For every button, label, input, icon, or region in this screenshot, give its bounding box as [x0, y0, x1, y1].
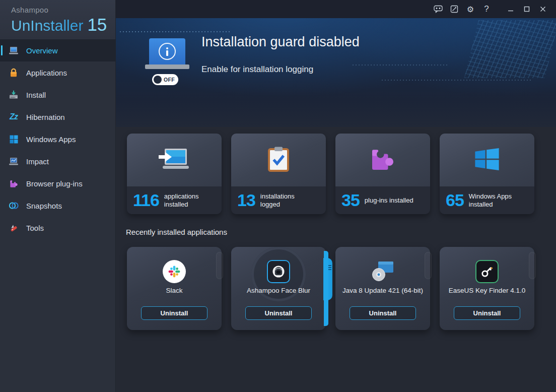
uninstall-button[interactable]: Uninstall: [245, 306, 312, 320]
sidebar-item-impact[interactable]: Impact: [0, 150, 115, 172]
guard-status-title: Installation guard disabled: [201, 34, 360, 50]
binary-pattern-decor: [464, 20, 556, 78]
stat-label: Windows Apps installed: [469, 192, 519, 208]
stats-row: 116 applications installed 13: [127, 134, 534, 214]
settings-gear-icon[interactable]: ⚙: [462, 2, 478, 17]
help-icon[interactable]: ?: [478, 2, 495, 17]
stat-card-windows-apps[interactable]: 65 Windows Apps installed: [440, 134, 534, 214]
recent-apps-row: Slack Uninstall Ashampoo Face: [127, 247, 534, 330]
product-name: UnInstaller: [11, 17, 83, 34]
uninstaller-window: ⚙ ? Ashampoo UnInstaller 15: [0, 0, 556, 392]
stat-card-installations[interactable]: 13 installations logged: [231, 134, 326, 214]
brand-name: Ashampoo: [11, 6, 115, 14]
java-cd-icon: [371, 260, 394, 284]
info-icon: [166, 47, 168, 56]
sidebar-item-label: Install: [26, 91, 46, 99]
stat-value: 13: [237, 190, 255, 210]
sidebar: Ashampoo UnInstaller 15 Overview: [0, 0, 116, 392]
stat-card-plugins[interactable]: 35 plug-ins installed: [335, 134, 430, 214]
padlock-icon: [8, 68, 19, 78]
sidebar-item-install[interactable]: Install: [0, 84, 115, 106]
app-name: EaseUS Key Finder 4.1.0: [440, 287, 534, 294]
active-indicator: [1, 45, 3, 55]
card-tab-decor: [216, 252, 223, 279]
sidebar-item-label: Browser plug-ins: [26, 179, 83, 188]
recent-apps-heading: Recently installed applications: [126, 228, 227, 236]
stat-value: 65: [446, 190, 464, 210]
sidebar-item-label: Hibernation: [26, 113, 65, 121]
dotted-line-decor: [353, 64, 448, 66]
stat-value: 116: [133, 190, 159, 210]
uninstall-button[interactable]: Uninstall: [454, 306, 520, 320]
installation-guard-toggle[interactable]: OFF: [152, 74, 178, 85]
puzzle-icon: [8, 178, 19, 188]
sidebar-item-hibernation[interactable]: Zz Hibernation: [0, 106, 115, 128]
sidebar-item-snapshots[interactable]: Snapshots: [0, 194, 115, 217]
sidebar-item-tools[interactable]: Tools: [0, 217, 115, 239]
sidebar-item-label: Tools: [26, 224, 44, 232]
key-icon: [475, 260, 499, 283]
notes-icon[interactable]: [446, 2, 462, 17]
face-blur-icon: [267, 260, 290, 283]
dotted-line-decor: [382, 80, 533, 81]
card-tab-decor: [529, 252, 536, 279]
dotted-line-decor: [120, 31, 232, 32]
stat-label: installations logged: [260, 192, 311, 208]
stat-card-applications[interactable]: 116 applications installed: [127, 134, 222, 214]
product-version: 15: [87, 15, 107, 35]
windows-icon: [8, 134, 19, 144]
sidebar-item-label: Applications: [26, 69, 67, 77]
sidebar-item-applications[interactable]: Applications: [0, 61, 115, 84]
guard-laptop-icon: [145, 38, 189, 69]
slack-icon: [163, 260, 186, 283]
sidebar-item-windows-apps[interactable]: Windows Apps: [0, 128, 115, 150]
windows-icon: [473, 146, 501, 175]
app-logo: Ashampoo UnInstaller 15: [0, 0, 115, 39]
zz-icon: Zz: [8, 112, 19, 122]
sidebar-item-label: Overview: [26, 46, 58, 55]
app-card-face-blur[interactable]: Ashampoo Face Blur Uninstall: [231, 247, 326, 330]
sidebar-nav: Overview Applications: [0, 39, 115, 239]
close-button[interactable]: [535, 2, 551, 17]
installation-guard-banner: OFF Installation guard disabled Enable f…: [116, 18, 556, 127]
card-tab-decor: [425, 252, 432, 279]
app-name: Java 8 Update 421 (64-bit): [335, 287, 430, 294]
snapshot-circles-icon: [8, 201, 19, 211]
app-card-java[interactable]: Java 8 Update 421 (64-bit) Uninstall: [335, 247, 430, 330]
laptop-icon: [8, 45, 19, 55]
puzzle-icon: [369, 145, 397, 175]
maximize-button[interactable]: [519, 2, 535, 17]
chart-laptop-icon: [8, 156, 19, 166]
swiss-knife-icon: [8, 223, 19, 233]
feedback-icon[interactable]: [430, 2, 446, 17]
sidebar-item-label: Windows Apps: [26, 135, 76, 144]
toggle-knob: [154, 76, 162, 84]
drive-install-icon: [8, 90, 19, 100]
sidebar-item-overview[interactable]: Overview: [0, 39, 115, 61]
stat-label: applications installed: [164, 192, 215, 208]
overview-content: 116 applications installed 13: [116, 127, 556, 392]
app-name: Ashampoo Face Blur: [231, 287, 326, 294]
titlebar: ⚙ ?: [116, 0, 556, 18]
guard-status-subtitle: Enable for installation logging: [201, 64, 313, 75]
uninstall-button[interactable]: Uninstall: [141, 306, 207, 320]
stat-value: 35: [341, 190, 360, 210]
minimize-button[interactable]: [503, 2, 519, 17]
app-card-easeus[interactable]: EaseUS Key Finder 4.1.0 Uninstall: [440, 247, 534, 330]
stat-label: plug-ins installed: [365, 197, 413, 204]
sidebar-item-label: Snapshots: [26, 202, 62, 210]
sidebar-item-browser-plugins[interactable]: Browser plug-ins: [0, 172, 115, 194]
toggle-state-label: OFF: [164, 77, 175, 83]
app-name: Slack: [127, 287, 222, 294]
laptop-arrow-icon: [158, 148, 191, 173]
app-card-slack[interactable]: Slack Uninstall: [127, 247, 222, 330]
uninstall-button[interactable]: Uninstall: [350, 306, 416, 320]
clipboard-check-icon: [267, 146, 290, 174]
sidebar-item-label: Impact: [26, 157, 49, 166]
